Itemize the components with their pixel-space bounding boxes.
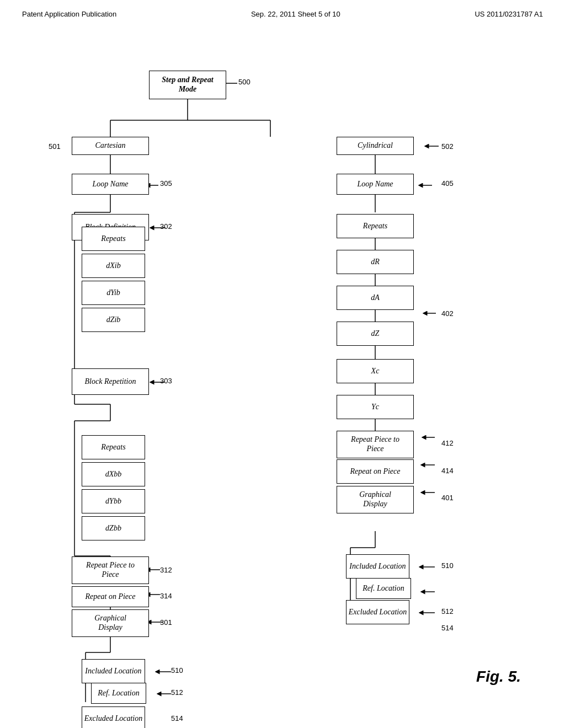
excluded-location-right-box: Excluded Location	[346, 600, 409, 624]
ref-500: 500	[238, 78, 250, 86]
ref-510-left: 510	[171, 666, 183, 675]
ref-512-right: 512	[441, 607, 454, 615]
header-right: US 2011/0231787 A1	[475, 10, 543, 18]
ref-501: 501	[49, 142, 61, 151]
repeats-left-2-box: Repeats	[82, 435, 145, 459]
ref-314: 314	[160, 592, 172, 600]
diagram-area: Step and RepeatMode 500 Cartesian 501 Lo…	[0, 18, 565, 702]
graphical-display-right-box: GraphicalDisplay	[337, 486, 414, 513]
included-location-right-box: Included Location	[346, 554, 409, 579]
dyib-box: dYib	[82, 281, 145, 305]
dA-box: dA	[337, 286, 414, 310]
ref-412: 412	[441, 439, 454, 447]
header-center: Sep. 22, 2011 Sheet 5 of 10	[251, 10, 340, 18]
repeat-on-piece-left-box: Repeat on Piece	[72, 586, 149, 607]
repeats-right-box: Repeats	[337, 214, 414, 238]
header-left: Patent Application Publication	[22, 10, 116, 18]
dxbb-box: dXbb	[82, 462, 145, 486]
ref-305: 305	[160, 179, 172, 188]
included-location-left-box: Included Location	[82, 659, 145, 683]
ref-303: 303	[160, 377, 172, 385]
dxib-box: dXib	[82, 254, 145, 278]
figure-label: Fig. 5.	[476, 668, 521, 686]
repeats-left-1-box: Repeats	[82, 227, 145, 251]
ref-402: 402	[441, 309, 454, 318]
loop-name-right-box: Loop Name	[337, 174, 414, 195]
ref-510-right: 510	[441, 561, 454, 570]
ref-405: 405	[441, 179, 454, 188]
ref-location-right-box: Ref. Location	[356, 578, 411, 599]
page-header: Patent Application Publication Sep. 22, …	[0, 0, 565, 18]
repeat-on-piece-right-box: Repeat on Piece	[337, 459, 414, 484]
ref-514-left: 514	[171, 714, 183, 722]
ref-512-left: 512	[171, 688, 183, 697]
graphical-display-left-box: GraphicalDisplay	[72, 609, 149, 637]
Yc-box: Yc	[337, 395, 414, 419]
repeat-piece-to-piece-left-box: Repeat Piece toPiece	[72, 556, 149, 584]
ref-301: 301	[160, 618, 172, 627]
ref-414: 414	[441, 467, 454, 475]
ref-502: 502	[441, 142, 454, 151]
dzib-box: dZib	[82, 308, 145, 332]
dR-box: dR	[337, 250, 414, 274]
loop-name-left-box: Loop Name	[72, 174, 149, 195]
dzbb-box: dZbb	[82, 516, 145, 540]
ref-401: 401	[441, 494, 454, 502]
ref-302: 302	[160, 222, 172, 231]
ref-location-left-box: Ref. Location	[91, 683, 146, 704]
repeat-piece-to-piece-right-box: Repeat Piece toPiece	[337, 431, 414, 458]
dybb-box: dYbb	[82, 489, 145, 513]
cylindrical-box: Cylindrical	[337, 137, 414, 155]
Xc-box: Xc	[337, 359, 414, 383]
block-rep-box: Block Repetition	[72, 368, 149, 395]
ref-514-right: 514	[441, 624, 454, 632]
ref-312: 312	[160, 566, 172, 574]
step-repeat-mode-box: Step and RepeatMode	[149, 71, 226, 99]
dZ-box: dZ	[337, 322, 414, 346]
excluded-location-left-box: Excluded Location	[82, 706, 145, 728]
cartesian-box: Cartesian	[72, 137, 149, 155]
